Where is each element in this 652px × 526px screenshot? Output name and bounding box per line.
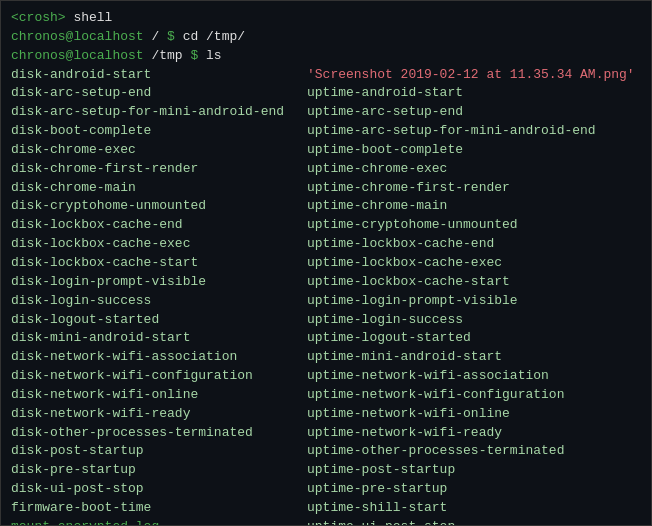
ls-left-1: disk-arc-setup-end <box>11 84 307 103</box>
ls-left-17: disk-network-wifi-online <box>11 386 307 405</box>
ls-row-23: firmware-boot-time uptime-shill-start <box>11 499 641 518</box>
ls-right-4: uptime-boot-complete <box>307 141 463 160</box>
ls-row-15: disk-network-wifi-association uptime-min… <box>11 348 641 367</box>
cmd2-text: ls <box>198 47 221 66</box>
ls-row-11: disk-login-prompt-visible uptime-lockbox… <box>11 273 641 292</box>
ls-right-17: uptime-network-wifi-configuration <box>307 386 564 405</box>
ls-left-13: disk-logout-started <box>11 311 307 330</box>
ls-row-2: disk-arc-setup-for-mini-android-end upti… <box>11 103 641 122</box>
ls-left-14: disk-mini-android-start <box>11 329 307 348</box>
ls-right-14: uptime-logout-started <box>307 329 471 348</box>
ls-right-16: uptime-network-wifi-association <box>307 367 549 386</box>
ls-row-13: disk-logout-started uptime-login-success <box>11 311 641 330</box>
ls-right-2: uptime-arc-setup-end <box>307 103 463 122</box>
ls-row-17: disk-network-wifi-online uptime-network-… <box>11 386 641 405</box>
cmd1-line: chronos@localhost / $ cd /tmp/ <box>11 28 641 47</box>
ls-row-4: disk-chrome-exec uptime-boot-complete <box>11 141 641 160</box>
ls-row-7: disk-cryptohome-unmounted uptime-chrome-… <box>11 197 641 216</box>
ls-left-16: disk-network-wifi-configuration <box>11 367 307 386</box>
ls-right-24: uptime-ui-post-stop <box>307 518 455 526</box>
ls-row-21: disk-pre-startup uptime-post-startup <box>11 461 641 480</box>
ls-right-18: uptime-network-wifi-online <box>307 405 510 424</box>
ls-row-22: disk-ui-post-stop uptime-pre-startup <box>11 480 641 499</box>
ls-left-19: disk-other-processes-terminated <box>11 424 307 443</box>
terminal-window[interactable]: <crosh> shell chronos@localhost / $ cd /… <box>0 0 652 526</box>
ls-left-10: disk-lockbox-cache-start <box>11 254 307 273</box>
dollar-2: $ <box>190 47 198 66</box>
ls-row-14: disk-mini-android-start uptime-logout-st… <box>11 329 641 348</box>
mount-encrypted-log: mount-encrypted.log <box>11 518 307 526</box>
ls-row-12: disk-login-success uptime-login-prompt-v… <box>11 292 641 311</box>
ls-row-6: disk-chrome-main uptime-chrome-first-ren… <box>11 179 641 198</box>
ls-row-5: disk-chrome-first-render uptime-chrome-e… <box>11 160 641 179</box>
ls-row-9: disk-lockbox-cache-exec uptime-lockbox-c… <box>11 235 641 254</box>
cmd2-line: chronos@localhost /tmp $ ls <box>11 47 641 66</box>
ls-row-10: disk-lockbox-cache-start uptime-lockbox-… <box>11 254 641 273</box>
ls-row-18: disk-network-wifi-ready uptime-network-w… <box>11 405 641 424</box>
ls-right-20: uptime-other-processes-terminated <box>307 442 564 461</box>
ls-left-11: disk-login-prompt-visible <box>11 273 307 292</box>
ls-left-7: disk-cryptohome-unmounted <box>11 197 307 216</box>
ls-right-22: uptime-pre-startup <box>307 480 447 499</box>
prompt-1: chronos@localhost <box>11 28 144 47</box>
ls-left-3: disk-boot-complete <box>11 122 307 141</box>
ls-right-7: uptime-chrome-main <box>307 197 447 216</box>
ls-right-10: uptime-lockbox-cache-exec <box>307 254 502 273</box>
ls-left-22: disk-ui-post-stop <box>11 480 307 499</box>
prompt-crosh: <crosh> <box>11 9 66 28</box>
dollar-1: $ <box>167 28 175 47</box>
ls-row-16: disk-network-wifi-configuration uptime-n… <box>11 367 641 386</box>
ls-row-1: disk-arc-setup-end uptime-android-start <box>11 84 641 103</box>
ls-right-12: uptime-login-prompt-visible <box>307 292 518 311</box>
ls-left-8: disk-lockbox-cache-end <box>11 216 307 235</box>
ls-left-9: disk-lockbox-cache-exec <box>11 235 307 254</box>
ls-left-18: disk-network-wifi-ready <box>11 405 307 424</box>
cmd-shell: shell <box>66 9 113 28</box>
ls-row-24: mount-encrypted.log uptime-ui-post-stop <box>11 518 641 526</box>
ls-right-21: uptime-post-startup <box>307 461 455 480</box>
ls-right-1: uptime-android-start <box>307 84 463 103</box>
ls-right-5: uptime-chrome-exec <box>307 160 447 179</box>
ls-left-6: disk-chrome-main <box>11 179 307 198</box>
path-1: / <box>144 28 167 47</box>
cmd1-text: cd /tmp/ <box>175 28 245 47</box>
ls-left-15: disk-network-wifi-association <box>11 348 307 367</box>
ls-row-19: disk-other-processes-terminated uptime-n… <box>11 424 641 443</box>
ls-right-screenshot: 'Screenshot 2019-02-12 at 11.35.34 AM.pn… <box>307 66 635 85</box>
path-2: /tmp <box>144 47 191 66</box>
ls-left-4: disk-chrome-exec <box>11 141 307 160</box>
ls-right-23: uptime-shill-start <box>307 499 447 518</box>
ls-right-13: uptime-login-success <box>307 311 463 330</box>
ls-left-5: disk-chrome-first-render <box>11 160 307 179</box>
ls-left-0: disk-android-start <box>11 66 307 85</box>
prompt-2: chronos@localhost <box>11 47 144 66</box>
ls-left-21: disk-pre-startup <box>11 461 307 480</box>
ls-row-20: disk-post-startup uptime-other-processes… <box>11 442 641 461</box>
ls-right-19: uptime-network-wifi-ready <box>307 424 502 443</box>
ls-right-3: uptime-arc-setup-for-mini-android-end <box>307 122 596 141</box>
ls-left-2: disk-arc-setup-for-mini-android-end <box>11 103 307 122</box>
ls-left-20: disk-post-startup <box>11 442 307 461</box>
ls-right-11: uptime-lockbox-cache-start <box>307 273 510 292</box>
ls-row-3: disk-boot-complete uptime-arc-setup-for-… <box>11 122 641 141</box>
header-line: <crosh> shell <box>11 9 641 28</box>
ls-row-0: disk-android-start 'Screenshot 2019-02-1… <box>11 66 641 85</box>
ls-left-12: disk-login-success <box>11 292 307 311</box>
ls-row-8: disk-lockbox-cache-end uptime-cryptohome… <box>11 216 641 235</box>
ls-right-9: uptime-lockbox-cache-end <box>307 235 494 254</box>
ls-right-8: uptime-cryptohome-unmounted <box>307 216 518 235</box>
ls-left-23: firmware-boot-time <box>11 499 307 518</box>
ls-right-6: uptime-chrome-first-render <box>307 179 510 198</box>
ls-right-15: uptime-mini-android-start <box>307 348 502 367</box>
